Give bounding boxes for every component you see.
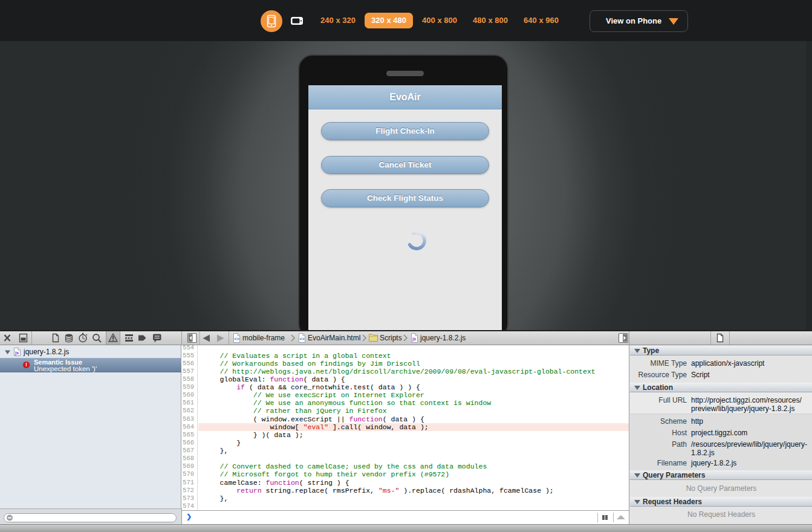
svg-text:<>: <> (235, 337, 239, 341)
svg-text:<>: <> (300, 337, 305, 341)
svg-text:js: js (412, 336, 416, 342)
svg-text:js: js (15, 350, 19, 355)
